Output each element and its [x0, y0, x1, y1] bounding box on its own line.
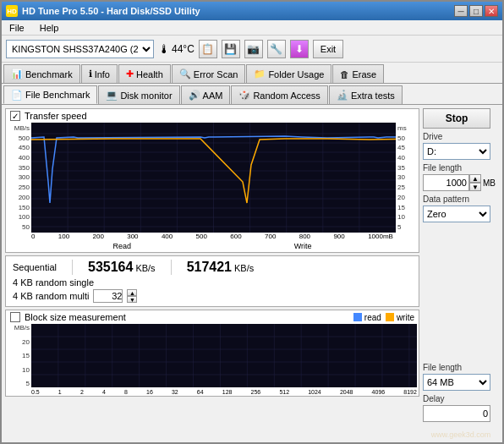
file-length-increment-button[interactable]: ▲ [469, 174, 481, 183]
read-unit: KB/s [135, 263, 155, 273]
erase-icon: 🗑 [340, 69, 349, 79]
temperature-value: 44°C [172, 43, 194, 55]
multi-increment-button[interactable]: ▲ [127, 289, 137, 296]
drive-selector[interactable]: KINGSTON SHSS37A240G (240 GB) [6, 40, 154, 58]
toolbar: KINGSTON SHSS37A240G (240 GB) 🌡 44°C 📋 💾… [2, 36, 502, 63]
tab-error-scan[interactable]: 🔍 Error Scan [172, 64, 246, 83]
block-chart-title: Block size measurement [25, 312, 126, 322]
random4k-multi-label: 4 KB random multi [13, 291, 89, 301]
tab-info[interactable]: ℹ Info [81, 64, 118, 83]
multi-decrement-button[interactable]: ▼ [127, 296, 137, 303]
file-length-spinner-btns: ▲ ▼ [469, 174, 481, 191]
write-stat: 517421 KB/s [187, 260, 255, 275]
main-content: ✓ Transfer speed MB/s 500 450 400 350 30… [2, 105, 502, 442]
block-chart-checkbox[interactable] [10, 312, 20, 322]
extra-tests-icon: 🔬 [337, 90, 348, 101]
tab-erase[interactable]: 🗑 Erase [332, 64, 384, 83]
toolbar-btn-2[interactable]: 💾 [222, 40, 240, 58]
toolbar-btn-3[interactable]: 📷 [244, 40, 263, 58]
toolbar-btn-1[interactable]: 📋 [199, 40, 217, 58]
tab-folder-usage[interactable]: 📁 Folder Usage [246, 64, 331, 83]
divider-2 [171, 260, 172, 275]
tabs-row1: 📊 Benchmark ℹ Info ✚ Health 🔍 Error Scan… [2, 63, 502, 83]
data-pattern-control: Data pattern Zero Random All FF [423, 195, 499, 222]
file-length-unit: MB [483, 178, 496, 188]
health-icon: ✚ [126, 69, 134, 79]
stop-button[interactable]: Stop [423, 108, 490, 129]
tab-disk-monitor[interactable]: 💻 Disk monitor [98, 85, 179, 104]
legend-read-label: read [364, 313, 381, 322]
read-write-labels: Read Write [6, 242, 419, 252]
random-access-icon: 🎲 [238, 90, 250, 101]
data-pattern-label: Data pattern [423, 195, 499, 204]
file-length-label: File length [423, 163, 499, 173]
toolbar-btn-4[interactable]: 🔧 [267, 40, 286, 58]
transfer-speed-checkbox[interactable]: ✓ [10, 111, 20, 121]
stats-row: Sequential 535164 KB/s 517421 KB/s [13, 260, 412, 275]
chart-title: Transfer speed [25, 111, 87, 121]
menu-bar: File Help [2, 20, 502, 36]
thermometer-icon: 🌡 [158, 42, 170, 56]
watermark: www.geek3d.com [423, 430, 499, 439]
tabs-row1-container: 📊 Benchmark ℹ Info ✚ Health 🔍 Error Scan… [2, 63, 502, 84]
data-pattern-dropdown[interactable]: Zero Random All FF [423, 206, 490, 222]
tab-health[interactable]: ✚ Health [118, 64, 171, 83]
multi-value-input[interactable] [93, 289, 123, 303]
block-chart-area [31, 324, 417, 387]
main-window: HD HD Tune Pro 5.50 - Hard Disk/SSD Util… [0, 0, 504, 444]
legend-write-label: write [397, 313, 414, 322]
write-unit: KB/s [234, 263, 254, 273]
tab-extra-tests[interactable]: 🔬 Extra tests [329, 85, 403, 104]
delay-input[interactable] [423, 405, 490, 422]
block-x-axis: 0.5 1 2 4 8 16 32 64 128 256 512 1024 20… [6, 389, 419, 396]
file-length-decrement-button[interactable]: ▼ [469, 183, 481, 191]
transfer-chart-container: ✓ Transfer speed MB/s 500 450 400 350 30… [5, 108, 419, 253]
file-length-input[interactable] [423, 174, 469, 191]
read-value: 535164 [88, 260, 133, 275]
read-label: Read [112, 242, 131, 250]
block-chart-container: Block size measurement read write [5, 310, 419, 397]
file-length-control: File length ▲ ▼ MB [423, 163, 499, 191]
ms-label: ms [397, 124, 415, 132]
folder-icon: 📁 [254, 69, 266, 79]
tab-random-access[interactable]: 🎲 Random Access [231, 85, 327, 104]
app-icon: HD [6, 5, 18, 17]
chart-svg [31, 123, 396, 233]
bottom-right-controls: File length 64 MB 128 MB 256 MB 512 MB D… [423, 363, 499, 439]
drive-dropdown[interactable]: D: [423, 143, 490, 160]
read-stat: 535164 KB/s [88, 260, 156, 275]
block-chart-svg [31, 324, 417, 387]
maximize-button[interactable]: □ [469, 5, 483, 17]
aam-icon: 🔊 [189, 90, 200, 101]
legend-write-box [386, 313, 394, 321]
info-icon: ℹ [89, 69, 92, 79]
divider-1 [72, 260, 73, 275]
drive-label: Drive [423, 132, 499, 141]
tab-file-benchmark[interactable]: 📄 File Benchmark [3, 85, 97, 104]
file-length-bottom-dropdown[interactable]: 64 MB 128 MB 256 MB 512 MB [423, 374, 490, 391]
toolbar-btn-download[interactable]: ⬇ [290, 40, 309, 58]
write-label: Write [294, 242, 312, 250]
left-panel: ✓ Transfer speed MB/s 500 450 400 350 30… [5, 108, 419, 439]
minimize-button[interactable]: ─ [454, 5, 468, 17]
exit-button[interactable]: Exit [313, 40, 343, 58]
menu-file[interactable]: File [6, 22, 28, 34]
disk-monitor-icon: 💻 [106, 90, 118, 101]
tab-aam[interactable]: 🔊 AAM [181, 85, 231, 104]
sequential-label: Sequential [13, 262, 57, 272]
random4k-multi-row: 4 KB random multi ▲ ▼ [13, 289, 412, 303]
sequential-stat: Sequential [13, 262, 57, 272]
window-title: HD Tune Pro 5.50 - Hard Disk/SSD Utility [22, 6, 200, 16]
stats-container: Sequential 535164 KB/s 517421 KB/s 4 KB … [5, 255, 419, 307]
tab-benchmark[interactable]: 📊 Benchmark [3, 64, 80, 83]
y-axis-left: MB/s 500 450 400 350 300 250 200 150 100… [8, 123, 31, 233]
right-panel: Stop Drive D: File length ▲ ▼ MB [423, 108, 499, 439]
tabs-row2-container: 📄 File Benchmark 💻 Disk monitor 🔊 AAM 🎲 … [2, 84, 502, 105]
tabs-row2: 📄 File Benchmark 💻 Disk monitor 🔊 AAM 🎲 … [2, 84, 502, 104]
block-y-axis: MB/s 20 15 10 5 [8, 324, 31, 387]
title-bar-left: HD HD Tune Pro 5.50 - Hard Disk/SSD Util… [6, 5, 200, 17]
close-button[interactable]: ✕ [485, 5, 498, 17]
file-length-bottom-label: File length [423, 363, 499, 372]
menu-help[interactable]: Help [36, 22, 63, 34]
x-axis: 0 100 200 300 400 500 600 700 800 900 10… [6, 233, 419, 242]
